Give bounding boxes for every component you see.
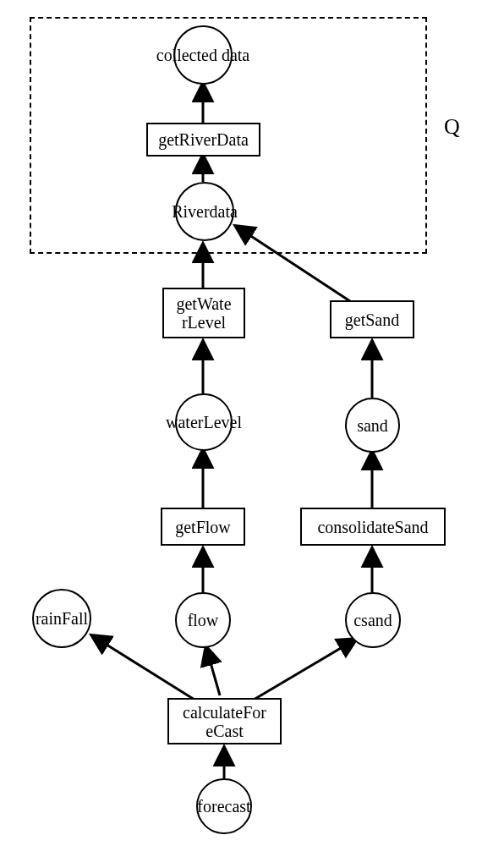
node-get-sand-label: getSand — [345, 310, 399, 329]
node-consolidate-sand: consolidateSand — [300, 508, 446, 546]
node-calculate-forecast: calculateFor eCast — [167, 698, 282, 744]
node-flow: flow — [175, 592, 231, 648]
node-get-flow-label: getFlow — [175, 518, 231, 536]
node-water-level: waterLevel — [175, 393, 233, 451]
node-get-river-data: getRiverData — [146, 123, 260, 157]
node-sand-label: sand — [357, 416, 388, 435]
node-flow-label: flow — [188, 611, 219, 629]
node-collected-data-label: collected data — [144, 46, 262, 64]
node-get-river-data-label: getRiverData — [158, 130, 249, 149]
region-q-label: Q — [444, 114, 460, 140]
node-collected-data: collected data — [173, 25, 233, 85]
node-get-sand: getSand — [330, 300, 414, 338]
node-riverdata-label: Riverdata — [158, 202, 251, 221]
node-forecast: forecast — [196, 778, 252, 834]
node-rainfall: rainFall — [32, 589, 91, 648]
node-get-water-level-label: getWate rLevel — [176, 294, 231, 332]
node-sand: sand — [345, 398, 400, 453]
node-consolidate-sand-label: consolidateSand — [317, 518, 428, 536]
node-water-level-label: waterLevel — [157, 413, 250, 431]
node-rainfall-label: rainFall — [24, 609, 100, 628]
node-get-water-level: getWate rLevel — [162, 288, 245, 338]
node-calculate-forecast-label: calculateFor eCast — [183, 703, 266, 740]
node-forecast-label: forecast — [186, 797, 262, 816]
node-csand-label: csand — [353, 611, 392, 629]
node-csand: csand — [345, 592, 401, 648]
node-riverdata: Riverdata — [175, 182, 234, 241]
node-get-flow: getFlow — [161, 508, 245, 546]
